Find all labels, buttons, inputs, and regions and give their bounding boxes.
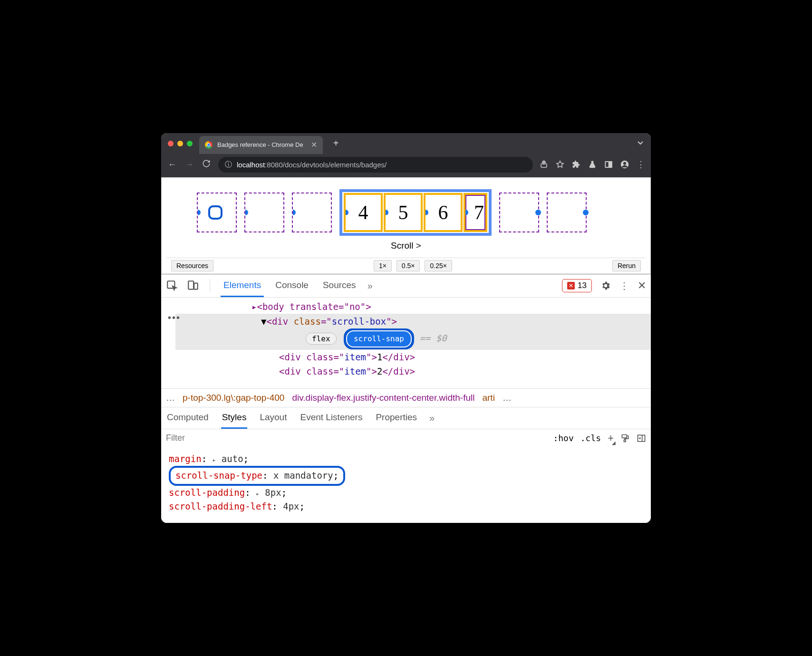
styles-filter-input[interactable] — [166, 433, 546, 443]
scroll-item — [547, 193, 587, 232]
tab-close-icon[interactable]: ✕ — [311, 140, 317, 149]
styles-pane-tabs: Computed Styles Layout Event Listeners P… — [161, 407, 651, 429]
star-icon[interactable] — [556, 160, 564, 169]
scroll-item: 5 — [384, 193, 423, 232]
tabs-overflow-icon[interactable] — [637, 139, 644, 148]
tabs-more-icon[interactable]: » — [429, 413, 435, 424]
css-rule-scroll-padding-left[interactable]: scroll-padding-left: 4px; — [169, 500, 643, 513]
zoom-025x[interactable]: 0.25× — [425, 260, 452, 271]
snap-dot-icon — [343, 210, 348, 215]
profile-icon[interactable] — [620, 160, 629, 169]
resources-button[interactable]: Resources — [171, 260, 213, 271]
browser-tab[interactable]: Badges reference - Chrome De ✕ — [199, 136, 323, 154]
highlight-ring — [208, 205, 222, 220]
svg-rect-10 — [624, 440, 626, 442]
dom-overflow-icon[interactable]: ••• — [161, 309, 651, 316]
crumb-2[interactable]: div.display-flex.justify-content-center.… — [292, 393, 474, 403]
scroll-item — [499, 193, 539, 232]
error-icon: ✕ — [567, 282, 575, 289]
rerun-button[interactable]: Rerun — [612, 260, 641, 271]
scroll-item — [292, 193, 332, 232]
crumb-3[interactable]: arti — [482, 393, 494, 403]
share-icon[interactable] — [540, 160, 548, 169]
flex-badge[interactable]: flex — [306, 333, 337, 345]
tabs-more-icon[interactable]: » — [367, 280, 373, 291]
svg-rect-8 — [194, 283, 198, 289]
devtools-panel: Elements Console Sources » ✕13 ⋮ ✕ ▸<bod… — [161, 274, 651, 523]
menu-icon[interactable]: ⋮ — [637, 159, 645, 170]
svg-rect-9 — [622, 434, 627, 438]
snap-dot-icon — [583, 210, 589, 215]
maximize-window[interactable] — [187, 141, 193, 146]
labs-icon[interactable] — [588, 160, 597, 169]
scroll-item: 6 — [424, 193, 463, 232]
gear-icon[interactable] — [600, 280, 611, 291]
new-tab-button[interactable]: + — [333, 138, 339, 149]
add-rule-icon[interactable]: +◢ — [608, 432, 614, 444]
css-rules[interactable]: margin: ▸ auto; scroll-snap-type: x mand… — [161, 447, 651, 523]
snap-dot-icon — [383, 210, 388, 215]
tab-console[interactable]: Console — [272, 275, 311, 297]
scroll-item — [197, 193, 237, 232]
tab-styles[interactable]: Styles — [221, 407, 248, 429]
css-rule-scroll-snap-type-highlight: scroll-snap-type: x mandatory; — [169, 466, 345, 485]
crumb-overflow-left[interactable]: … — [166, 393, 175, 403]
site-info-icon[interactable]: ⓘ — [225, 160, 232, 169]
tab-elements[interactable]: Elements — [221, 275, 264, 297]
chrome-icon — [205, 141, 213, 149]
scroll-item — [244, 193, 284, 232]
titlebar: Badges reference - Chrome De ✕ + — [161, 133, 651, 154]
back-button[interactable]: ← — [167, 160, 177, 170]
panel-icon[interactable] — [604, 160, 613, 169]
crumb-overflow-right[interactable]: … — [503, 393, 512, 403]
scroll-viewport-highlight: 4 5 6 7 — [339, 189, 492, 236]
zoom-05x[interactable]: 0.5× — [396, 260, 420, 271]
crumb-1[interactable]: p-top-300.lg\:gap-top-400 — [183, 393, 284, 403]
dom-scrollbox-row[interactable]: ▼<div class="scroll-box"> flex scroll-sn… — [175, 314, 651, 350]
address-bar[interactable]: ⓘ localhost:8080/docs/devtools/elements/… — [218, 157, 533, 173]
close-window[interactable] — [168, 141, 174, 146]
scroll-hint: Scroll > — [166, 238, 646, 258]
styles-filter-bar: :hov .cls +◢ — [161, 429, 651, 447]
error-count-badge[interactable]: ✕13 — [562, 279, 592, 292]
page-content: 4 5 6 7 Scroll > Resources 1× 0.5× 0.25×… — [161, 177, 651, 274]
panel-toggle-icon[interactable] — [637, 434, 646, 443]
device-icon[interactable] — [187, 280, 199, 292]
svg-rect-7 — [188, 281, 193, 289]
snap-dot-icon — [290, 210, 296, 215]
scroll-snap-badge[interactable]: scroll-snap — [347, 331, 411, 347]
snap-dot-icon — [535, 210, 541, 215]
scroll-box-demo: 4 5 6 7 — [166, 185, 646, 238]
dom-item-2[interactable]: <div class="item">2</div> — [175, 364, 651, 378]
tab-title: Badges reference - Chrome De — [217, 141, 303, 148]
tab-layout[interactable]: Layout — [259, 407, 288, 429]
kebab-icon[interactable]: ⋮ — [619, 280, 629, 291]
url-path: :8080/docs/devtools/elements/badges/ — [265, 161, 387, 169]
tab-event-listeners[interactable]: Event Listeners — [299, 407, 363, 429]
url-host: localhost — [237, 161, 265, 169]
close-devtools-icon[interactable]: ✕ — [638, 280, 646, 292]
zoom-1x[interactable]: 1× — [374, 260, 392, 271]
tab-properties[interactable]: Properties — [375, 407, 418, 429]
cls-toggle[interactable]: .cls — [580, 433, 601, 443]
extensions-icon[interactable] — [572, 160, 580, 169]
snap-dot-icon — [464, 210, 468, 215]
hov-toggle[interactable]: :hov — [553, 433, 573, 443]
dom-item-1[interactable]: <div class="item">1</div> — [175, 350, 651, 364]
css-rule-margin[interactable]: margin: ▸ auto; — [169, 452, 643, 466]
breadcrumbs[interactable]: … p-top-300.lg\:gap-top-400 div.display-… — [161, 388, 651, 407]
scroll-item: 7 — [464, 193, 487, 232]
forward-button[interactable]: → — [184, 160, 194, 170]
minimize-window[interactable] — [177, 141, 183, 146]
tab-sources[interactable]: Sources — [320, 275, 359, 297]
css-rule-scroll-padding[interactable]: scroll-padding: ▸ 8px; — [169, 486, 643, 500]
demo-controls: Resources 1× 0.5× 0.25× Rerun — [166, 258, 646, 273]
dollar-zero: == $0 — [419, 333, 446, 343]
inspect-icon[interactable] — [166, 280, 178, 292]
browser-window: Badges reference - Chrome De ✕ + ← → ⓘ l… — [161, 133, 651, 523]
paint-icon[interactable] — [620, 434, 630, 443]
svg-point-5 — [623, 162, 626, 165]
scroll-item: 4 — [344, 193, 383, 232]
reload-button[interactable] — [201, 159, 212, 170]
tab-computed[interactable]: Computed — [166, 407, 210, 429]
